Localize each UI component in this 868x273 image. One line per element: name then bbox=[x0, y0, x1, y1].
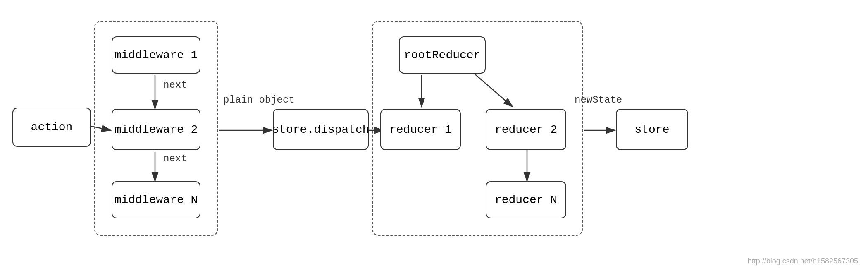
action-label: action bbox=[31, 121, 73, 134]
reducer1-box: reducer 1 bbox=[380, 109, 461, 150]
plain-object-label: plain object bbox=[223, 94, 295, 105]
root-reducer-box: rootReducer bbox=[399, 36, 486, 74]
action-box: action bbox=[12, 108, 91, 147]
root-reducer-label: rootReducer bbox=[404, 49, 481, 62]
middleware1-label: middleware 1 bbox=[114, 49, 198, 62]
middlewareN-label: middleware N bbox=[114, 194, 198, 206]
next1-label: next bbox=[163, 79, 187, 91]
store-dispatch-label: store.dispatch bbox=[272, 123, 369, 136]
store-dispatch-box: store.dispatch bbox=[273, 109, 369, 150]
diagram: action middleware 1 middleware 2 middlew… bbox=[0, 0, 868, 273]
new-state-label: newState bbox=[575, 94, 622, 105]
middleware2-box: middleware 2 bbox=[112, 109, 200, 150]
store-label: store bbox=[634, 123, 669, 136]
middlewareN-box: middleware N bbox=[112, 181, 200, 218]
next2-label: next bbox=[163, 153, 187, 164]
middleware1-box: middleware 1 bbox=[112, 36, 200, 74]
store-box: store bbox=[616, 109, 688, 150]
watermark: http://blog.csdn.net/h1582567305 bbox=[748, 257, 858, 266]
reducer1-label: reducer 1 bbox=[389, 123, 452, 136]
reducerN-box: reducer N bbox=[486, 181, 566, 218]
reducer2-box: reducer 2 bbox=[486, 109, 566, 150]
reducer2-label: reducer 2 bbox=[495, 123, 557, 136]
reducerN-label: reducer N bbox=[495, 194, 557, 206]
middleware2-label: middleware 2 bbox=[114, 123, 198, 136]
